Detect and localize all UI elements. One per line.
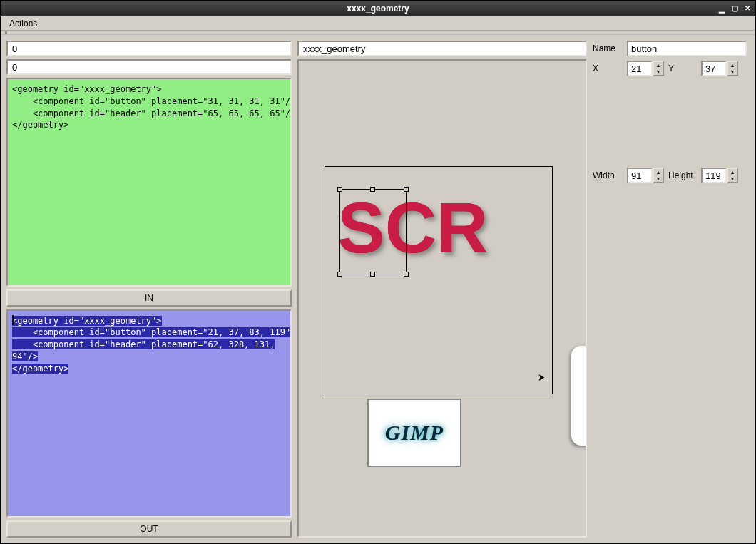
menubar: Actions <box>1 16 755 31</box>
w-down-icon[interactable]: ▼ <box>654 175 663 182</box>
y-down-icon[interactable]: ▼ <box>728 68 737 75</box>
partial-element <box>571 346 587 446</box>
w-up-icon[interactable]: ▲ <box>654 169 663 175</box>
name-field[interactable] <box>627 41 747 56</box>
canvas[interactable]: SCR GIMP ➤ <box>297 59 587 538</box>
height-spinner[interactable]: ▲▼ <box>701 168 738 183</box>
y-field[interactable] <box>701 61 727 76</box>
in-button[interactable]: IN <box>6 289 292 307</box>
x-field[interactable] <box>627 61 653 76</box>
center-panel: SCR GIMP ➤ <box>297 41 587 538</box>
cursor-icon: ➤ <box>538 371 545 383</box>
left-panel: <geometry id="xxxx_geometry"> <component… <box>6 41 292 538</box>
x-up-icon[interactable]: ▲ <box>654 62 663 68</box>
y-spinner[interactable]: ▲▼ <box>701 61 738 76</box>
h-up-icon[interactable]: ▲ <box>728 169 737 175</box>
x-label: X <box>593 63 623 73</box>
gimp-thumbnail[interactable]: GIMP <box>367 399 461 467</box>
minimize-icon[interactable]: ▁ <box>717 3 727 13</box>
selection-box[interactable] <box>339 189 407 274</box>
close-icon[interactable]: ✕ <box>742 3 752 13</box>
properties-panel: Name X ▲▼ Y ▲▼ Width <box>593 41 750 538</box>
width-label: Width <box>593 170 623 180</box>
numeric-input-2[interactable] <box>6 59 292 75</box>
width-spinner[interactable]: ▲▼ <box>627 168 664 183</box>
window-title: xxxx_geometry <box>1 4 755 14</box>
h-down-icon[interactable]: ▼ <box>728 175 737 182</box>
code-input-green[interactable]: <geometry id="xxxx_geometry"> <component… <box>6 78 292 287</box>
titlebar[interactable]: xxxx_geometry ▁ ▢ ✕ <box>1 1 755 16</box>
resize-handle-bl[interactable] <box>337 272 342 277</box>
main-area: <geometry id="xxxx_geometry"> <component… <box>1 35 755 543</box>
resize-handle-tl[interactable] <box>337 187 342 192</box>
resize-handle-br[interactable] <box>404 272 409 277</box>
numeric-input-1[interactable] <box>6 41 292 56</box>
geometry-name-input[interactable] <box>297 41 587 56</box>
name-label: Name <box>593 43 623 53</box>
x-down-icon[interactable]: ▼ <box>654 68 663 75</box>
menu-actions[interactable]: Actions <box>5 17 41 30</box>
app-window: xxxx_geometry ▁ ▢ ✕ Actions <geometry id… <box>0 0 756 544</box>
gimp-logo-text: GIMP <box>385 421 444 445</box>
height-label: Height <box>668 170 698 180</box>
y-up-icon[interactable]: ▲ <box>728 62 737 68</box>
resize-handle-bm[interactable] <box>370 272 375 277</box>
resize-handle-tm[interactable] <box>370 187 375 192</box>
width-field[interactable] <box>627 168 653 183</box>
y-label: Y <box>668 63 698 73</box>
height-field[interactable] <box>701 168 727 183</box>
x-spinner[interactable]: ▲▼ <box>627 61 664 76</box>
code-output-blue[interactable]: <geometry id="xxxx_geometry"> <component… <box>6 309 292 518</box>
maximize-icon[interactable]: ▢ <box>730 3 740 13</box>
out-button[interactable]: OUT <box>6 520 292 538</box>
resize-handle-tr[interactable] <box>404 187 409 192</box>
